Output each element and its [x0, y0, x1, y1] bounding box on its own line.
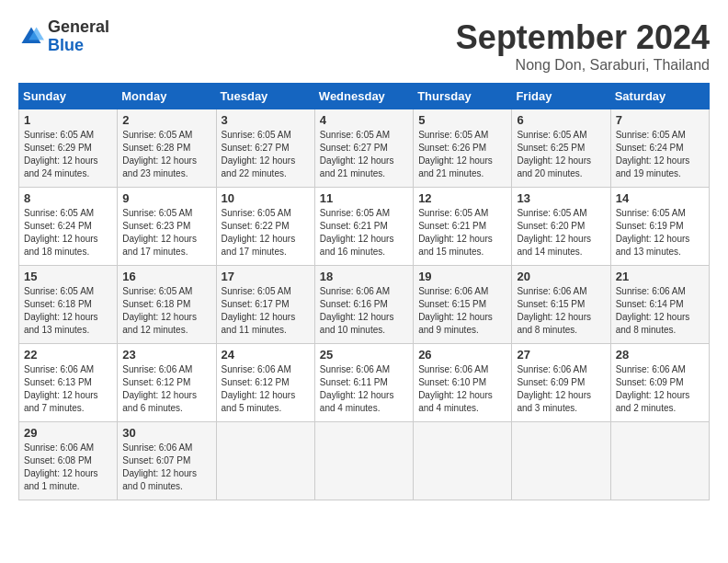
calendar-day-cell: 30 Sunrise: 6:06 AM Sunset: 6:07 PM Dayl…: [118, 422, 216, 500]
day-info: Sunrise: 6:05 AM Sunset: 6:26 PM Dayligh…: [418, 129, 506, 180]
col-saturday: Saturday: [610, 84, 709, 109]
calendar-day-cell: 16 Sunrise: 6:05 AM Sunset: 6:18 PM Dayl…: [118, 266, 216, 344]
day-number: 30: [122, 426, 210, 440]
calendar-day-cell: 14 Sunrise: 6:05 AM Sunset: 6:19 PM Dayl…: [610, 188, 709, 266]
day-number: 27: [517, 348, 605, 362]
day-info: Sunrise: 6:05 AM Sunset: 6:27 PM Dayligh…: [320, 129, 408, 180]
day-info: Sunrise: 6:06 AM Sunset: 6:12 PM Dayligh…: [122, 363, 210, 415]
day-number: 8: [24, 191, 112, 205]
day-number: 25: [320, 348, 408, 362]
calendar-day-cell: 19 Sunrise: 6:06 AM Sunset: 6:15 PM Dayl…: [414, 266, 512, 344]
logo-general-text: General: [48, 17, 109, 36]
calendar-day-cell: 21 Sunrise: 6:06 AM Sunset: 6:14 PM Dayl…: [610, 266, 709, 344]
calendar-header: Sunday Monday Tuesday Wednesday Thursday…: [19, 84, 710, 109]
day-number: 18: [320, 270, 408, 283]
col-monday: Monday: [118, 84, 216, 109]
calendar-day-cell: 2 Sunrise: 6:05 AM Sunset: 6:28 PM Dayli…: [118, 109, 216, 188]
calendar-day-cell: [414, 422, 512, 500]
day-number: 7: [616, 113, 704, 127]
day-info: Sunrise: 6:05 AM Sunset: 6:20 PM Dayligh…: [517, 207, 605, 259]
day-number: 6: [517, 113, 605, 127]
day-info: Sunrise: 6:06 AM Sunset: 6:16 PM Dayligh…: [320, 285, 408, 337]
day-number: 14: [616, 191, 704, 205]
day-number: 17: [222, 270, 310, 283]
day-info: Sunrise: 6:06 AM Sunset: 6:07 PM Dayligh…: [122, 442, 210, 493]
location: Nong Don, Saraburi, Thailand: [456, 57, 710, 74]
calendar-day-cell: 5 Sunrise: 6:05 AM Sunset: 6:26 PM Dayli…: [414, 109, 512, 188]
calendar-week-row: 8 Sunrise: 6:05 AM Sunset: 6:24 PM Dayli…: [19, 188, 710, 266]
day-info: Sunrise: 6:05 AM Sunset: 6:22 PM Dayligh…: [222, 207, 310, 259]
day-number: 10: [222, 191, 310, 205]
calendar-week-row: 22 Sunrise: 6:06 AM Sunset: 6:13 PM Dayl…: [19, 344, 710, 422]
day-info: Sunrise: 6:05 AM Sunset: 6:24 PM Dayligh…: [24, 207, 112, 259]
calendar-day-cell: 3 Sunrise: 6:05 AM Sunset: 6:27 PM Dayli…: [216, 109, 314, 188]
calendar-day-cell: [512, 422, 610, 500]
day-info: Sunrise: 6:05 AM Sunset: 6:18 PM Dayligh…: [122, 285, 210, 337]
calendar-day-cell: 10 Sunrise: 6:05 AM Sunset: 6:22 PM Dayl…: [216, 188, 314, 266]
calendar-day-cell: [610, 422, 709, 500]
calendar-day-cell: 9 Sunrise: 6:05 AM Sunset: 6:23 PM Dayli…: [118, 188, 216, 266]
calendar-day-cell: 7 Sunrise: 6:05 AM Sunset: 6:24 PM Dayli…: [610, 109, 709, 188]
day-number: 26: [418, 348, 506, 362]
day-number: 28: [616, 348, 704, 362]
day-info: Sunrise: 6:06 AM Sunset: 6:09 PM Dayligh…: [517, 363, 605, 415]
calendar-day-cell: 28 Sunrise: 6:06 AM Sunset: 6:09 PM Dayl…: [610, 344, 709, 422]
day-number: 24: [222, 348, 310, 362]
calendar-body: 1 Sunrise: 6:05 AM Sunset: 6:29 PM Dayli…: [19, 109, 710, 500]
calendar-day-cell: [314, 422, 413, 500]
day-number: 29: [24, 426, 112, 440]
day-info: Sunrise: 6:05 AM Sunset: 6:18 PM Dayligh…: [24, 285, 112, 337]
page-header: General Blue September 2024 Nong Don, Sa…: [18, 18, 710, 74]
col-wednesday: Wednesday: [314, 84, 413, 109]
calendar-day-cell: 11 Sunrise: 6:05 AM Sunset: 6:21 PM Dayl…: [314, 188, 413, 266]
day-number: 3: [222, 113, 310, 127]
day-number: 11: [320, 191, 408, 205]
col-tuesday: Tuesday: [216, 84, 314, 109]
calendar-day-cell: 8 Sunrise: 6:05 AM Sunset: 6:24 PM Dayli…: [19, 188, 118, 266]
day-info: Sunrise: 6:05 AM Sunset: 6:25 PM Dayligh…: [517, 129, 605, 180]
day-number: 16: [122, 270, 210, 283]
calendar-day-cell: 17 Sunrise: 6:05 AM Sunset: 6:17 PM Dayl…: [216, 266, 314, 344]
day-info: Sunrise: 6:06 AM Sunset: 6:15 PM Dayligh…: [418, 285, 506, 337]
day-info: Sunrise: 6:06 AM Sunset: 6:08 PM Dayligh…: [24, 442, 112, 493]
calendar-day-cell: 13 Sunrise: 6:05 AM Sunset: 6:20 PM Dayl…: [512, 188, 610, 266]
col-sunday: Sunday: [19, 84, 118, 109]
calendar-day-cell: 15 Sunrise: 6:05 AM Sunset: 6:18 PM Dayl…: [19, 266, 118, 344]
calendar-day-cell: 1 Sunrise: 6:05 AM Sunset: 6:29 PM Dayli…: [19, 109, 118, 188]
day-info: Sunrise: 6:05 AM Sunset: 6:28 PM Dayligh…: [122, 129, 210, 180]
logo-icon: [18, 24, 44, 50]
logo: General Blue: [18, 18, 109, 55]
day-number: 5: [418, 113, 506, 127]
calendar-day-cell: 18 Sunrise: 6:06 AM Sunset: 6:16 PM Dayl…: [314, 266, 413, 344]
day-number: 21: [616, 270, 704, 283]
logo-blue-text: Blue: [48, 36, 84, 54]
day-number: 20: [517, 270, 605, 283]
calendar-day-cell: 6 Sunrise: 6:05 AM Sunset: 6:25 PM Dayli…: [512, 109, 610, 188]
day-number: 19: [418, 270, 506, 283]
day-info: Sunrise: 6:05 AM Sunset: 6:23 PM Dayligh…: [122, 207, 210, 259]
day-info: Sunrise: 6:05 AM Sunset: 6:21 PM Dayligh…: [320, 207, 408, 259]
calendar-day-cell: 25 Sunrise: 6:06 AM Sunset: 6:11 PM Dayl…: [314, 344, 413, 422]
calendar-table: Sunday Monday Tuesday Wednesday Thursday…: [18, 83, 710, 500]
day-info: Sunrise: 6:06 AM Sunset: 6:14 PM Dayligh…: [616, 285, 704, 337]
day-info: Sunrise: 6:05 AM Sunset: 6:27 PM Dayligh…: [222, 129, 310, 180]
day-info: Sunrise: 6:05 AM Sunset: 6:24 PM Dayligh…: [616, 129, 704, 180]
day-info: Sunrise: 6:05 AM Sunset: 6:29 PM Dayligh…: [24, 129, 112, 180]
calendar-day-cell: 23 Sunrise: 6:06 AM Sunset: 6:12 PM Dayl…: [118, 344, 216, 422]
day-info: Sunrise: 6:06 AM Sunset: 6:12 PM Dayligh…: [222, 363, 310, 415]
day-info: Sunrise: 6:05 AM Sunset: 6:21 PM Dayligh…: [418, 207, 506, 259]
col-friday: Friday: [512, 84, 610, 109]
day-number: 12: [418, 191, 506, 205]
day-info: Sunrise: 6:06 AM Sunset: 6:15 PM Dayligh…: [517, 285, 605, 337]
calendar-day-cell: 26 Sunrise: 6:06 AM Sunset: 6:10 PM Dayl…: [414, 344, 512, 422]
col-thursday: Thursday: [414, 84, 512, 109]
day-info: Sunrise: 6:06 AM Sunset: 6:09 PM Dayligh…: [616, 363, 704, 415]
day-info: Sunrise: 6:06 AM Sunset: 6:13 PM Dayligh…: [24, 363, 112, 415]
day-number: 13: [517, 191, 605, 205]
calendar-week-row: 29 Sunrise: 6:06 AM Sunset: 6:08 PM Dayl…: [19, 422, 710, 500]
calendar-day-cell: 4 Sunrise: 6:05 AM Sunset: 6:27 PM Dayli…: [314, 109, 413, 188]
calendar-day-cell: 22 Sunrise: 6:06 AM Sunset: 6:13 PM Dayl…: [19, 344, 118, 422]
day-number: 23: [122, 348, 210, 362]
day-number: 1: [24, 113, 112, 127]
calendar-day-cell: 27 Sunrise: 6:06 AM Sunset: 6:09 PM Dayl…: [512, 344, 610, 422]
